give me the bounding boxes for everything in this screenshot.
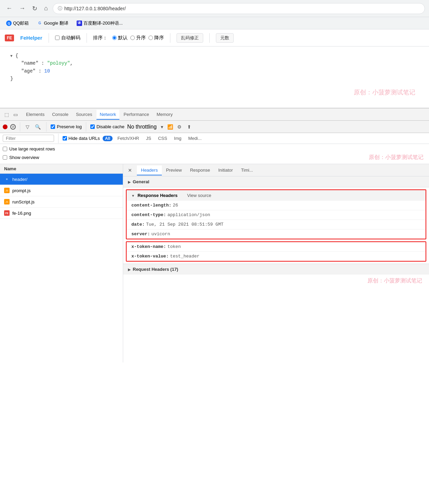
address-bar[interactable]: ⓘ http://127.0.0.1:8080/header/: [53, 3, 425, 14]
tab-performance[interactable]: Performance: [120, 110, 152, 120]
tab-sources[interactable]: Sources: [73, 110, 96, 120]
show-overview-input[interactable]: [3, 155, 7, 160]
inspect-icon[interactable]: ⬚: [3, 111, 10, 118]
record-button[interactable]: [3, 124, 8, 129]
header-key-date: date:: [131, 222, 145, 227]
sort-default[interactable]: 默认: [112, 35, 128, 41]
sort-desc-input[interactable]: [148, 36, 153, 40]
details-tab-timing[interactable]: Timi...: [237, 165, 257, 175]
file-item-runscript[interactable]: JS runScript.js: [0, 196, 123, 208]
device-icon[interactable]: ▭: [12, 111, 19, 118]
home-button[interactable]: ⌂: [42, 3, 50, 13]
preserve-log-checkbox[interactable]: Preserve log: [51, 124, 82, 129]
search-icon[interactable]: 🔍: [34, 123, 42, 130]
toolbar-divider3: [86, 122, 86, 132]
sort-asc-input[interactable]: [130, 36, 135, 40]
large-rows-checkbox-label[interactable]: Use large request rows: [3, 146, 55, 151]
toolbar-divider2: [46, 122, 47, 132]
filter-all-badge[interactable]: All: [103, 136, 113, 141]
fehelper-divider2: [87, 33, 87, 43]
devtools-filter-bar: Hide data URLs All Fetch/XHR JS CSS Img …: [0, 133, 429, 144]
header-row-xtoken-name: x-token-name: token: [127, 242, 426, 252]
details-panel: ✕ Headers Preview Response Initiator Tim…: [123, 164, 429, 362]
fehelper-divider: [49, 33, 49, 43]
hide-data-urls-input[interactable]: [63, 136, 67, 141]
view-source-button[interactable]: View source: [187, 193, 211, 198]
settings-icon[interactable]: ⚙: [176, 123, 183, 130]
tab-elements[interactable]: Elements: [23, 110, 48, 120]
stop-button[interactable]: ⊘: [10, 124, 16, 130]
throttling-dropdown-icon[interactable]: ▾: [159, 123, 165, 130]
preserve-log-label: Preserve log: [57, 124, 82, 129]
header-row-server: server: uvicorn: [127, 229, 426, 239]
header-row-content-length: content-length: 26: [127, 201, 426, 210]
sort-label: 排序：: [93, 35, 107, 41]
fix-encoding-button[interactable]: 乱码修正: [177, 33, 203, 43]
response-headers-label: Response Headers: [138, 193, 178, 198]
file-icon-orange-run: JS: [4, 199, 10, 204]
details-tab-initiator[interactable]: Initiator: [214, 165, 237, 175]
reload-button[interactable]: ↻: [30, 3, 39, 14]
file-name-fe-png: fe-16.png: [12, 211, 31, 216]
response-headers-rows: content-length: 26 content-type: applica…: [127, 201, 426, 239]
general-section-header[interactable]: General: [123, 176, 429, 187]
filter-fetch-xhr[interactable]: Fetch/XHR: [115, 135, 141, 142]
request-headers-label: Request Headers (17): [133, 267, 178, 272]
lock-icon: ⓘ: [58, 5, 62, 12]
details-tab-response[interactable]: Response: [186, 165, 214, 175]
file-item-fe-png[interactable]: FE fe-16.png: [0, 208, 123, 219]
meta-button[interactable]: 元数: [216, 33, 234, 43]
back-button[interactable]: ←: [4, 3, 14, 13]
filter-icon[interactable]: ▽: [24, 123, 31, 130]
file-item-header[interactable]: ≡ header/: [0, 174, 123, 185]
disable-cache-input[interactable]: [90, 124, 95, 129]
hide-data-urls-label: Hide data URLs: [68, 136, 100, 141]
large-rows-input[interactable]: [3, 147, 7, 151]
url-text: http://127.0.0.1:8080/header/: [64, 6, 126, 11]
filter-css[interactable]: CSS: [156, 135, 169, 142]
upload-icon[interactable]: ⬆: [186, 123, 193, 130]
forward-button[interactable]: →: [17, 3, 27, 13]
bookmark-baidu[interactable]: 译 百度翻译-200种语...: [75, 19, 125, 28]
details-tab-headers[interactable]: Headers: [137, 165, 162, 175]
auto-decode-label: 自动解码: [61, 35, 80, 41]
json-name-row: "name" : "poloyy",: [21, 59, 422, 67]
filter-media[interactable]: Medi...: [186, 135, 204, 142]
auto-decode-input[interactable]: [55, 36, 60, 40]
file-icon-orange-prompt: JS: [4, 188, 10, 193]
auto-decode-checkbox[interactable]: 自动解码: [55, 35, 80, 41]
request-headers-section[interactable]: Request Headers (17): [123, 264, 429, 275]
tab-network[interactable]: Network: [96, 110, 120, 120]
bookmark-google[interactable]: G Google 翻译: [35, 19, 70, 28]
json-expand-icon[interactable]: [10, 53, 13, 58]
disable-cache-label: Disable cache: [96, 124, 125, 129]
bookmark-qq[interactable]: Q QQ邮箱: [4, 19, 31, 28]
response-headers-header[interactable]: Response Headers View source: [127, 190, 426, 201]
file-icon-fe: FE: [4, 210, 10, 216]
header-row-date: date: Tue, 21 Sep 2021 08:51:59 GMT: [127, 220, 426, 229]
general-label: General: [133, 179, 149, 184]
sort-desc[interactable]: 降序: [148, 35, 164, 41]
tab-memory[interactable]: Memory: [153, 110, 176, 120]
preserve-log-input[interactable]: [51, 124, 55, 129]
sort-default-input[interactable]: [112, 36, 117, 40]
details-close-button[interactable]: ✕: [126, 167, 134, 174]
hide-data-urls-checkbox[interactable]: Hide data URLs: [63, 136, 100, 141]
disable-cache-checkbox[interactable]: Disable cache: [90, 124, 125, 129]
show-overview-checkbox-label[interactable]: Show overview: [3, 155, 39, 160]
file-item-prompt[interactable]: JS prompt.js: [0, 185, 123, 196]
tab-console[interactable]: Console: [49, 110, 72, 120]
devtools: ⬚ ▭ Elements Console Sources Network Per…: [0, 108, 429, 362]
fehelper-divider4: [209, 33, 210, 43]
file-name-runscript: runScript.js: [12, 199, 35, 204]
json-watermark: 原创：小菠萝测试笔记: [354, 88, 415, 97]
general-expand-icon: [128, 179, 131, 184]
filter-js[interactable]: JS: [144, 135, 153, 142]
filter-input[interactable]: [3, 135, 54, 142]
file-name-prompt: prompt.js: [12, 188, 30, 193]
details-tab-preview[interactable]: Preview: [162, 165, 186, 175]
sort-asc[interactable]: 升序: [130, 35, 146, 41]
filter-img[interactable]: Img: [172, 135, 184, 142]
network-main-panel: Name ≡ header/ JS prompt.js JS runScript…: [0, 164, 429, 362]
large-rows-option: Use large request rows: [3, 145, 426, 152]
